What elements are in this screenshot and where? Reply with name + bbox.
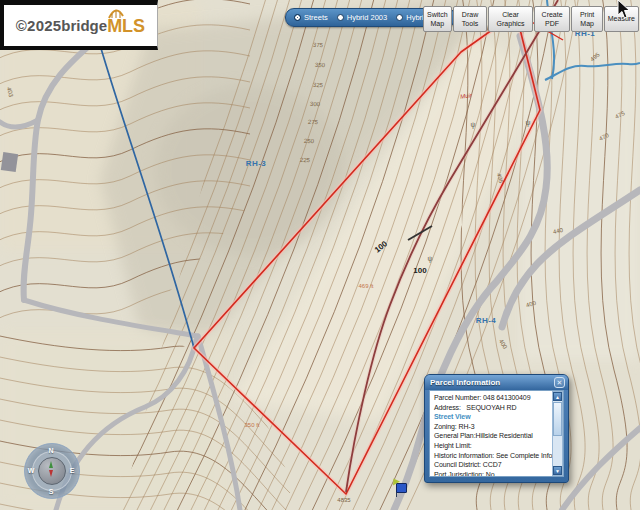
map-flag-marker[interactable] bbox=[390, 478, 406, 498]
radio-label: Hybrid 2003 bbox=[347, 13, 387, 22]
close-icon[interactable]: ✕ bbox=[554, 377, 565, 388]
popup-field: Zoning: RH-3 bbox=[434, 422, 548, 432]
popup-scrollbar[interactable]: ▲ ▼ bbox=[552, 391, 563, 476]
map-application: 3704903753503253002752502254954754704954… bbox=[0, 0, 640, 510]
compass-needle-south bbox=[49, 470, 53, 477]
compass-pan-north[interactable]: N bbox=[48, 447, 53, 454]
copyright-text: ©2025 bbox=[16, 17, 61, 34]
radio-label: Streets bbox=[304, 13, 328, 22]
popup-body: Parcel Number: 048 641300409Address: SEQ… bbox=[429, 390, 564, 477]
bridgemls-logo: ©2025 bridge MLS bbox=[0, 0, 158, 50]
clear-graphics-button[interactable]: Clear Graphics bbox=[488, 6, 532, 32]
compass-needle-north bbox=[49, 461, 53, 468]
create-pdf-button[interactable]: Create PDF bbox=[534, 6, 571, 32]
flag-icon bbox=[396, 483, 407, 493]
popup-field: Address: SEQUOYAH RD bbox=[434, 403, 548, 413]
popup-titlebar[interactable]: Parcel Information ✕ bbox=[425, 375, 568, 390]
basemap-option-hybrid-2003[interactable]: Hybrid 2003 bbox=[337, 13, 387, 22]
draw-tools-button[interactable]: Draw Tools bbox=[453, 6, 488, 32]
parcel-information-popup: Parcel Information ✕ Parcel Number: 048 … bbox=[424, 374, 569, 483]
popup-field: Parcel Number: 048 641300409 bbox=[434, 393, 548, 403]
print-map-button[interactable]: Print Map bbox=[571, 6, 602, 32]
building-footprint bbox=[1, 152, 18, 172]
popup-field: Height Limit: bbox=[434, 441, 548, 451]
compass-pan-south[interactable]: S bbox=[49, 488, 54, 495]
street-view-link[interactable]: Street View bbox=[434, 412, 548, 422]
switch-map-button[interactable]: Switch Map bbox=[423, 6, 452, 32]
popup-field: General Plan:Hillside Residential bbox=[434, 431, 548, 441]
radio-icon[interactable] bbox=[396, 14, 403, 21]
popup-field: Council District: CCD7 bbox=[434, 460, 548, 470]
popup-field: Port Jurisdiction: No bbox=[434, 470, 548, 477]
compass-pan-east[interactable]: E bbox=[70, 467, 75, 474]
scroll-thumb[interactable] bbox=[553, 402, 562, 436]
compass-pan-west[interactable]: W bbox=[28, 467, 35, 474]
popup-title: Parcel Information bbox=[425, 378, 554, 387]
brand-text-mls: MLS bbox=[107, 17, 145, 35]
mouse-cursor bbox=[617, 0, 635, 20]
popup-field: Historic Information: See Complete Info bbox=[434, 451, 548, 461]
toolbar: Switch MapDraw ToolsClear GraphicsCreate… bbox=[423, 6, 640, 32]
compass-navigation-widget[interactable]: N W E S bbox=[22, 437, 80, 503]
radio-icon[interactable] bbox=[337, 14, 344, 21]
scroll-up-icon[interactable]: ▲ bbox=[553, 392, 562, 401]
radio-icon[interactable] bbox=[294, 14, 301, 21]
brand-text-bridge: bridge bbox=[61, 17, 107, 34]
bridge-icon bbox=[108, 8, 130, 19]
basemap-option-streets[interactable]: Streets bbox=[294, 13, 328, 22]
scroll-down-icon[interactable]: ▼ bbox=[553, 466, 562, 475]
